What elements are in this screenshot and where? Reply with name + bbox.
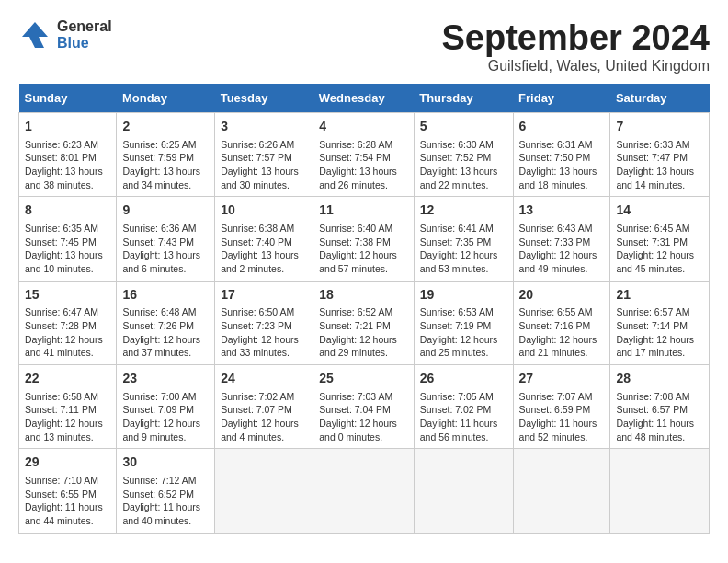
day-number: 15	[25, 286, 110, 304]
day-number: 29	[25, 454, 110, 472]
calendar-cell: 3Sunrise: 6:26 AM Sunset: 7:57 PM Daylig…	[215, 113, 313, 197]
day-number: 28	[616, 370, 703, 388]
day-number: 2	[122, 118, 209, 136]
calendar-cell: 6Sunrise: 6:31 AM Sunset: 7:50 PM Daylig…	[513, 113, 610, 197]
day-number: 18	[319, 286, 407, 304]
logo-blue-text: Blue	[57, 35, 112, 52]
day-number: 25	[319, 370, 407, 388]
month-title: September 2024	[442, 18, 711, 58]
calendar-body: 1Sunrise: 6:23 AM Sunset: 8:01 PM Daylig…	[19, 113, 710, 534]
calendar-cell: 8Sunrise: 6:35 AM Sunset: 7:45 PM Daylig…	[19, 197, 117, 281]
day-info: Sunrise: 7:07 AM Sunset: 6:59 PM Dayligh…	[519, 390, 605, 444]
calendar-cell: 25Sunrise: 7:03 AM Sunset: 7:04 PM Dayli…	[313, 365, 414, 449]
calendar-cell: 30Sunrise: 7:12 AM Sunset: 6:52 PM Dayli…	[117, 449, 215, 533]
day-number: 20	[519, 286, 605, 304]
calendar-cell: 7Sunrise: 6:33 AM Sunset: 7:47 PM Daylig…	[610, 113, 710, 197]
day-number: 7	[616, 118, 703, 136]
day-number: 10	[221, 201, 307, 220]
day-info: Sunrise: 6:25 AM Sunset: 7:59 PM Dayligh…	[122, 138, 209, 192]
calendar-cell: 9Sunrise: 6:36 AM Sunset: 7:43 PM Daylig…	[117, 197, 215, 281]
day-number: 4	[319, 118, 407, 136]
day-number: 24	[221, 370, 307, 388]
day-info: Sunrise: 7:02 AM Sunset: 7:07 PM Dayligh…	[221, 390, 307, 444]
day-info: Sunrise: 6:50 AM Sunset: 7:23 PM Dayligh…	[221, 305, 307, 360]
calendar-cell: 11Sunrise: 6:40 AM Sunset: 7:38 PM Dayli…	[313, 197, 414, 281]
calendar-cell: 1Sunrise: 6:23 AM Sunset: 8:01 PM Daylig…	[19, 113, 117, 197]
day-number: 3	[221, 118, 307, 136]
calendar-cell: 19Sunrise: 6:53 AM Sunset: 7:19 PM Dayli…	[414, 281, 513, 364]
calendar-cell: 23Sunrise: 7:00 AM Sunset: 7:09 PM Dayli…	[117, 365, 215, 449]
calendar-week-4: 22Sunrise: 6:58 AM Sunset: 7:11 PM Dayli…	[19, 365, 710, 449]
day-number: 21	[616, 286, 703, 304]
logo: General Blue	[18, 18, 112, 52]
day-info: Sunrise: 6:48 AM Sunset: 7:26 PM Dayligh…	[122, 305, 209, 360]
day-info: Sunrise: 6:31 AM Sunset: 7:50 PM Dayligh…	[519, 138, 605, 192]
calendar-cell: 13Sunrise: 6:43 AM Sunset: 7:33 PM Dayli…	[513, 197, 610, 281]
header-day-thursday: Thursday	[414, 84, 513, 113]
day-number: 9	[122, 201, 209, 220]
calendar-cell: 4Sunrise: 6:28 AM Sunset: 7:54 PM Daylig…	[313, 113, 414, 197]
day-info: Sunrise: 6:52 AM Sunset: 7:21 PM Dayligh…	[319, 305, 407, 360]
calendar-cell	[513, 449, 610, 533]
header-row: SundayMondayTuesdayWednesdayThursdayFrid…	[19, 84, 710, 113]
day-info: Sunrise: 6:28 AM Sunset: 7:54 PM Dayligh…	[319, 138, 407, 192]
day-info: Sunrise: 6:55 AM Sunset: 7:16 PM Dayligh…	[519, 305, 605, 360]
svg-marker-0	[22, 22, 48, 48]
day-info: Sunrise: 7:08 AM Sunset: 6:57 PM Dayligh…	[616, 390, 703, 444]
day-info: Sunrise: 6:30 AM Sunset: 7:52 PM Dayligh…	[420, 138, 507, 192]
logo-text: General Blue	[57, 18, 112, 51]
day-number: 5	[420, 118, 507, 136]
day-number: 19	[420, 286, 507, 304]
header-day-monday: Monday	[117, 84, 215, 113]
header-day-wednesday: Wednesday	[313, 84, 414, 113]
calendar-header: SundayMondayTuesdayWednesdayThursdayFrid…	[19, 84, 710, 113]
day-info: Sunrise: 6:38 AM Sunset: 7:40 PM Dayligh…	[221, 222, 307, 276]
day-number: 23	[122, 370, 209, 388]
calendar-cell: 28Sunrise: 7:08 AM Sunset: 6:57 PM Dayli…	[610, 365, 710, 449]
day-info: Sunrise: 6:23 AM Sunset: 8:01 PM Dayligh…	[25, 138, 110, 192]
calendar-cell: 29Sunrise: 7:10 AM Sunset: 6:55 PM Dayli…	[19, 449, 117, 533]
header-day-tuesday: Tuesday	[215, 84, 313, 113]
calendar-cell: 17Sunrise: 6:50 AM Sunset: 7:23 PM Dayli…	[215, 281, 313, 364]
calendar-week-2: 8Sunrise: 6:35 AM Sunset: 7:45 PM Daylig…	[19, 197, 710, 281]
day-number: 11	[319, 201, 407, 220]
day-info: Sunrise: 7:03 AM Sunset: 7:04 PM Dayligh…	[319, 390, 407, 444]
day-info: Sunrise: 7:10 AM Sunset: 6:55 PM Dayligh…	[25, 474, 110, 528]
day-number: 13	[519, 201, 605, 220]
location-title: Guilsfield, Wales, United Kingdom	[442, 58, 711, 75]
calendar-week-5: 29Sunrise: 7:10 AM Sunset: 6:55 PM Dayli…	[19, 449, 710, 533]
header-day-saturday: Saturday	[610, 84, 710, 113]
calendar-week-3: 15Sunrise: 6:47 AM Sunset: 7:28 PM Dayli…	[19, 281, 710, 364]
calendar-cell: 26Sunrise: 7:05 AM Sunset: 7:02 PM Dayli…	[414, 365, 513, 449]
calendar-cell: 15Sunrise: 6:47 AM Sunset: 7:28 PM Dayli…	[19, 281, 117, 364]
day-info: Sunrise: 7:00 AM Sunset: 7:09 PM Dayligh…	[122, 390, 209, 444]
day-number: 27	[519, 370, 605, 388]
calendar-week-1: 1Sunrise: 6:23 AM Sunset: 8:01 PM Daylig…	[19, 113, 710, 197]
day-info: Sunrise: 6:41 AM Sunset: 7:35 PM Dayligh…	[420, 222, 507, 276]
calendar-cell: 14Sunrise: 6:45 AM Sunset: 7:31 PM Dayli…	[610, 197, 710, 281]
day-info: Sunrise: 6:33 AM Sunset: 7:47 PM Dayligh…	[616, 138, 703, 192]
day-info: Sunrise: 6:43 AM Sunset: 7:33 PM Dayligh…	[519, 222, 605, 276]
day-info: Sunrise: 6:36 AM Sunset: 7:43 PM Dayligh…	[122, 222, 209, 276]
day-info: Sunrise: 7:05 AM Sunset: 7:02 PM Dayligh…	[420, 390, 507, 444]
day-number: 12	[420, 201, 507, 220]
day-number: 22	[25, 370, 110, 388]
calendar-cell: 22Sunrise: 6:58 AM Sunset: 7:11 PM Dayli…	[19, 365, 117, 449]
day-info: Sunrise: 6:53 AM Sunset: 7:19 PM Dayligh…	[420, 305, 507, 360]
calendar-cell: 2Sunrise: 6:25 AM Sunset: 7:59 PM Daylig…	[117, 113, 215, 197]
calendar-cell: 27Sunrise: 7:07 AM Sunset: 6:59 PM Dayli…	[513, 365, 610, 449]
calendar-cell: 5Sunrise: 6:30 AM Sunset: 7:52 PM Daylig…	[414, 113, 513, 197]
day-number: 16	[122, 286, 209, 304]
day-info: Sunrise: 6:47 AM Sunset: 7:28 PM Dayligh…	[25, 305, 110, 360]
day-number: 30	[122, 454, 209, 472]
calendar-cell: 21Sunrise: 6:57 AM Sunset: 7:14 PM Dayli…	[610, 281, 710, 364]
calendar-table: SundayMondayTuesdayWednesdayThursdayFrid…	[18, 84, 710, 534]
day-number: 1	[25, 118, 110, 136]
logo-general-text: General	[57, 18, 112, 35]
calendar-cell: 12Sunrise: 6:41 AM Sunset: 7:35 PM Dayli…	[414, 197, 513, 281]
day-info: Sunrise: 6:57 AM Sunset: 7:14 PM Dayligh…	[616, 305, 703, 360]
calendar-cell: 10Sunrise: 6:38 AM Sunset: 7:40 PM Dayli…	[215, 197, 313, 281]
logo-icon	[18, 18, 51, 52]
day-info: Sunrise: 6:40 AM Sunset: 7:38 PM Dayligh…	[319, 222, 407, 276]
day-number: 6	[519, 118, 605, 136]
